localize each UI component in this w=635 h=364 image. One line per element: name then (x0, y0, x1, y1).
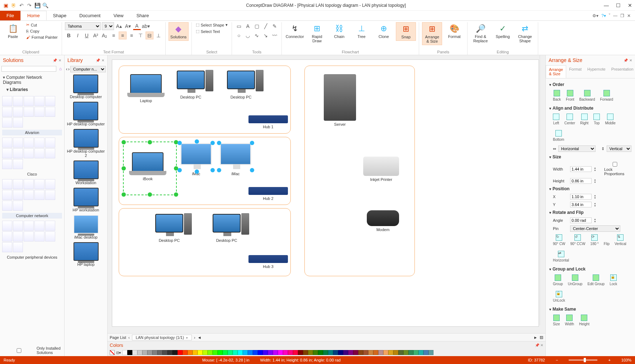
tool-line-icon[interactable]: ╱ (262, 22, 270, 30)
cat-alvarion[interactable]: Alvarion (2, 130, 62, 135)
device-imac2[interactable]: iMac (220, 143, 251, 176)
device-modem[interactable]: Modem (367, 210, 399, 232)
unlock-btn[interactable]: 🔓UnLock (553, 291, 565, 302)
swatch[interactable] (348, 350, 353, 355)
clone-button[interactable]: ⊕Clone (374, 22, 394, 40)
swatch[interactable] (223, 350, 228, 355)
close2-icon[interactable]: ✕ (627, 13, 631, 18)
swatch[interactable] (218, 350, 223, 355)
section-size[interactable]: Size (549, 153, 631, 161)
cat-peripheral[interactable]: Computer peripheral devices (2, 254, 62, 260)
grow-font-icon[interactable]: A▴ (115, 22, 123, 30)
align-bottom[interactable]: Bottom (553, 130, 564, 142)
same-size[interactable]: Size (553, 315, 560, 326)
section-group[interactable]: Group and Lock (549, 265, 631, 273)
rotate-ccw[interactable]: ↺90° CCW (570, 234, 586, 246)
swatch[interactable] (318, 350, 323, 355)
lock-proportions-check[interactable] (604, 162, 626, 167)
subtab-presentation[interactable]: Presentation (608, 65, 635, 78)
close-icon[interactable]: ✕ (101, 58, 104, 62)
same-height[interactable]: Height (579, 315, 589, 326)
swatch[interactable] (152, 350, 157, 355)
swatch[interactable] (423, 350, 428, 355)
libitem-hplaptop[interactable]: HP laptop (74, 242, 99, 267)
only-installed-check[interactable]: Only Installed Solutions (0, 345, 64, 356)
home-icon[interactable]: ⌂ (58, 66, 63, 71)
valign-middle-icon[interactable]: ⊟ (146, 32, 153, 39)
align-left[interactable]: Left (553, 114, 559, 125)
swatch[interactable] (228, 350, 233, 355)
swatch[interactable] (428, 350, 433, 355)
swatch[interactable] (303, 350, 308, 355)
rotate-180[interactable]: ⟳180 ° (590, 234, 598, 246)
rotate-cw[interactable]: ↻90° CW (553, 234, 565, 246)
tab-share[interactable]: Share (130, 11, 155, 20)
order-front[interactable]: Front (566, 90, 574, 101)
swatch[interactable] (238, 350, 243, 355)
solutions-button[interactable]: ◆Solutions (169, 22, 189, 41)
tool-rect-icon[interactable]: ▭ (235, 22, 243, 30)
zoom-slider[interactable] (569, 359, 597, 361)
fontsize-select[interactable]: 9 (102, 22, 114, 30)
libitem-desktop[interactable]: Desktop computer (70, 75, 102, 99)
section-align[interactable]: Align and Distribute (549, 104, 631, 112)
pin-icon[interactable]: 📌 (96, 58, 100, 62)
swatch[interactable] (268, 350, 273, 355)
align-right[interactable]: Right (580, 114, 588, 125)
swatch[interactable] (258, 350, 263, 355)
tab-shape[interactable]: Shape (47, 11, 73, 20)
tab-document[interactable]: Document (73, 11, 107, 20)
copy-button[interactable]: ⎘Copy (25, 29, 59, 34)
order-forward[interactable]: Forward (600, 90, 613, 101)
pagelist-prev-icon[interactable]: ‹ (128, 335, 130, 340)
swatch[interactable] (378, 350, 383, 355)
tree-libraries[interactable]: Libraries (3, 86, 61, 93)
min2-icon[interactable]: — (613, 13, 617, 18)
color-swatches[interactable] (122, 350, 433, 355)
x-input[interactable] (570, 194, 592, 200)
swatch[interactable] (203, 350, 208, 355)
swatch[interactable] (358, 350, 363, 355)
device-desktop2[interactable]: Desktop PC (227, 71, 255, 99)
redo-icon[interactable]: ↷ (27, 3, 32, 8)
align-center-icon[interactable]: ≡ (119, 32, 127, 39)
swatch[interactable] (127, 350, 132, 355)
swatch[interactable] (298, 350, 303, 355)
align-center[interactable]: Center (564, 114, 575, 125)
swatch[interactable] (418, 350, 423, 355)
align-top[interactable]: Top (593, 114, 600, 125)
connector-button[interactable]: ↯Connector (285, 22, 305, 40)
lib-prev-icon[interactable]: ‹ (66, 67, 67, 72)
swatch[interactable] (333, 350, 338, 355)
swatch[interactable] (353, 350, 358, 355)
tab-file[interactable]: File (0, 11, 20, 20)
swatch[interactable] (213, 350, 218, 355)
save-icon[interactable]: 💾 (34, 3, 40, 8)
device-imac1[interactable]: iMac (180, 143, 212, 176)
swatch[interactable] (132, 350, 137, 355)
section-position[interactable]: Position (549, 185, 631, 193)
device-laptop[interactable]: Laptop (130, 74, 162, 103)
tool-ellipse-icon[interactable]: ○ (235, 32, 243, 39)
swatch[interactable] (388, 350, 393, 355)
pin-icon[interactable]: 📌 (624, 58, 628, 62)
swatch[interactable] (253, 350, 258, 355)
select-shape-button[interactable]: ⬚Select Shape▾ (195, 22, 229, 28)
preview-icon[interactable]: 🔍 (42, 3, 48, 8)
font-color-icon[interactable]: A (133, 22, 141, 30)
swatch[interactable] (142, 350, 147, 355)
cut-button[interactable]: ✂Cut (25, 22, 59, 28)
swatch[interactable] (167, 350, 172, 355)
swatch[interactable] (313, 350, 318, 355)
dist-h-icon[interactable]: ⇔ (553, 147, 556, 151)
device-hub2[interactable]: Hub 2 (248, 187, 288, 201)
swatch[interactable] (137, 350, 142, 355)
libgrid-peripheral[interactable] (0, 219, 64, 254)
section-rotate[interactable]: Rotate and Flip (549, 209, 631, 216)
tree-button[interactable]: ⊥Tree (351, 22, 371, 40)
swatch[interactable] (323, 350, 328, 355)
swatch[interactable] (233, 350, 238, 355)
shrink-font-icon[interactable]: A▾ (124, 22, 132, 30)
help-icon[interactable]: ?▾ (601, 13, 606, 18)
swatch[interactable] (288, 350, 293, 355)
